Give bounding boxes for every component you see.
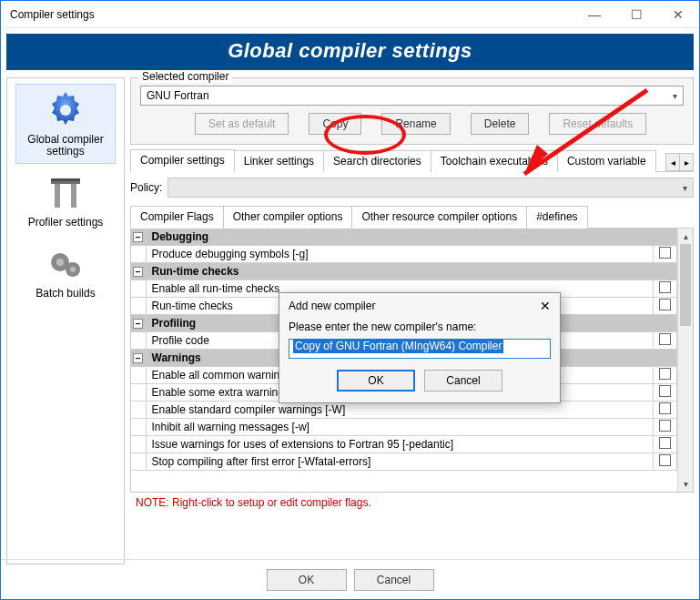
sidebar-item-label: Global compiler settings	[16, 134, 115, 158]
selected-compiler-group: Selected compiler GNU Fortran ▾ Set as d…	[130, 77, 694, 145]
minimize-icon: —	[588, 7, 601, 22]
flag-checkbox[interactable]	[654, 436, 677, 453]
dialog-message: Please enter the new compiler's name:	[289, 320, 551, 333]
page-banner: Global compiler settings	[6, 34, 694, 70]
delete-button[interactable]: Delete	[471, 113, 530, 135]
flag-checkbox[interactable]	[654, 367, 677, 384]
svg-point-3	[56, 259, 64, 266]
sidebar-item-global-compiler[interactable]: Global compiler settings	[15, 84, 116, 164]
gears-icon	[44, 242, 87, 286]
compiler-name-input-value: Copy of GNU Fortran (MIngW64) Compiler	[293, 339, 503, 353]
tab-scroll-right[interactable]: ▸	[679, 153, 694, 171]
flag-checkbox[interactable]	[654, 246, 677, 263]
subtab-defines[interactable]: #defines	[526, 206, 587, 229]
flag-category-row: −Debugging	[131, 229, 677, 246]
tab-compiler-settings[interactable]: Compiler settings	[130, 149, 235, 172]
subtab-other-compiler-options[interactable]: Other compiler options	[223, 206, 353, 229]
indent-cell	[131, 453, 146, 471]
expander-button[interactable]: −	[131, 263, 146, 280]
svg-point-4	[70, 267, 76, 272]
scroll-thumb[interactable]	[680, 244, 691, 326]
titlebar: Compiler settings — ☐ ✕	[1, 1, 699, 28]
gear-icon	[44, 88, 87, 132]
dialog-titlebar: Add new compiler ✕	[289, 299, 551, 313]
flag-category-row: −Run-time checks	[131, 263, 677, 280]
tab-toolchain-executables[interactable]: Toolchain executables	[431, 150, 558, 172]
tab-linker-settings[interactable]: Linker settings	[234, 150, 324, 172]
flag-checkbox[interactable]	[654, 298, 677, 315]
flag-checkbox[interactable]	[654, 402, 677, 419]
window-title: Compiler settings	[1, 8, 95, 21]
indent-cell	[131, 246, 146, 263]
tab-scroll-nav: ◂ ▸	[666, 153, 694, 171]
main-tabs: Compiler settings Linker settings Search…	[130, 148, 694, 172]
ok-button[interactable]: OK	[267, 569, 347, 591]
compiler-button-row: Set as default Copy Rename Delete Reset …	[140, 113, 684, 135]
maximize-button[interactable]: ☐	[615, 1, 657, 27]
sidebar: Global compiler settings Profiler settin…	[6, 77, 125, 564]
indent-cell	[131, 332, 146, 350]
group-title: Selected compiler	[138, 70, 232, 83]
flag-category-label: Run-time checks	[146, 263, 677, 280]
flag-checkbox[interactable]	[654, 280, 677, 298]
flag-label: Enable standard compiler warnings [-W]	[146, 402, 654, 419]
scroll-up-icon[interactable]: ▴	[678, 229, 693, 244]
expander-button[interactable]: −	[131, 315, 146, 332]
flag-label: Stop compiling after first error [-Wfata…	[146, 453, 654, 471]
dialog-footer: OK Cancel	[1, 559, 699, 599]
subtab-other-resource-options[interactable]: Other resource compiler options	[351, 206, 527, 229]
indent-cell	[131, 402, 146, 419]
set-default-button[interactable]: Set as default	[195, 113, 289, 135]
window: Compiler settings — ☐ ✕ Global compiler …	[0, 0, 700, 600]
subtab-compiler-flags[interactable]: Compiler Flags	[130, 206, 224, 229]
flag-row: Enable standard compiler warnings [-W]	[131, 402, 677, 419]
dialog-cancel-button[interactable]: Cancel	[424, 370, 502, 392]
svg-point-0	[60, 105, 71, 116]
flag-row: Inhibit all warning messages [-w]	[131, 419, 677, 436]
reset-defaults-button[interactable]: Reset defaults	[549, 113, 646, 135]
indent-cell	[131, 436, 146, 453]
sidebar-item-label: Profiler settings	[28, 217, 104, 229]
tab-custom-variable[interactable]: Custom variable	[557, 150, 656, 172]
window-controls: — ☐ ✕	[573, 1, 699, 27]
compiler-select[interactable]: GNU Fortran ▾	[140, 86, 684, 106]
indent-cell	[131, 419, 146, 436]
dialog-ok-button[interactable]: OK	[337, 370, 415, 392]
chevron-down-icon: ▾	[673, 91, 677, 101]
tab-scroll-left[interactable]: ◂	[665, 153, 680, 171]
flag-row: Stop compiling after first error [-Wfata…	[131, 453, 677, 471]
compiler-select-value: GNU Fortran	[147, 89, 209, 102]
expander-button[interactable]: −	[131, 229, 146, 246]
indent-cell	[131, 367, 146, 384]
maximize-icon: ☐	[631, 7, 643, 22]
flag-label: Produce debugging symbols [-g]	[146, 246, 654, 263]
caliper-icon	[44, 171, 87, 215]
cancel-button[interactable]: Cancel	[354, 569, 434, 591]
sidebar-item-batch[interactable]: Batch builds	[15, 239, 116, 305]
flag-checkbox[interactable]	[654, 419, 677, 436]
flags-note: NOTE: Right-click to setup or edit compi…	[130, 493, 694, 511]
dialog-close-button[interactable]: ✕	[540, 299, 551, 313]
scroll-down-icon[interactable]: ▾	[678, 476, 693, 492]
copy-button[interactable]: Copy	[309, 113, 361, 135]
sidebar-item-label: Batch builds	[36, 288, 95, 300]
minimize-button[interactable]: —	[573, 1, 615, 27]
flag-label: Issue warnings for uses of extensions to…	[146, 436, 654, 453]
expander-button[interactable]: −	[131, 350, 146, 367]
flag-label: Inhibit all warning messages [-w]	[146, 419, 654, 436]
compiler-name-input[interactable]: Copy of GNU Fortran (MIngW64) Compiler	[289, 339, 551, 359]
tab-search-directories[interactable]: Search directories	[323, 150, 431, 172]
rename-button[interactable]: Rename	[381, 113, 450, 135]
flag-category-label: Debugging	[146, 229, 677, 246]
close-icon: ✕	[673, 7, 684, 22]
sidebar-item-profiler[interactable]: Profiler settings	[15, 168, 116, 234]
indent-cell	[131, 280, 146, 298]
scrollbar[interactable]: ▴ ▾	[677, 229, 693, 492]
flag-checkbox[interactable]	[654, 332, 677, 350]
flag-checkbox[interactable]	[654, 453, 677, 471]
policy-select[interactable]: ▾	[167, 178, 694, 198]
subtabs: Compiler Flags Other compiler options Ot…	[130, 205, 694, 229]
close-button[interactable]: ✕	[657, 1, 699, 27]
policy-row: Policy: ▾	[130, 178, 694, 198]
flag-checkbox[interactable]	[654, 384, 677, 402]
